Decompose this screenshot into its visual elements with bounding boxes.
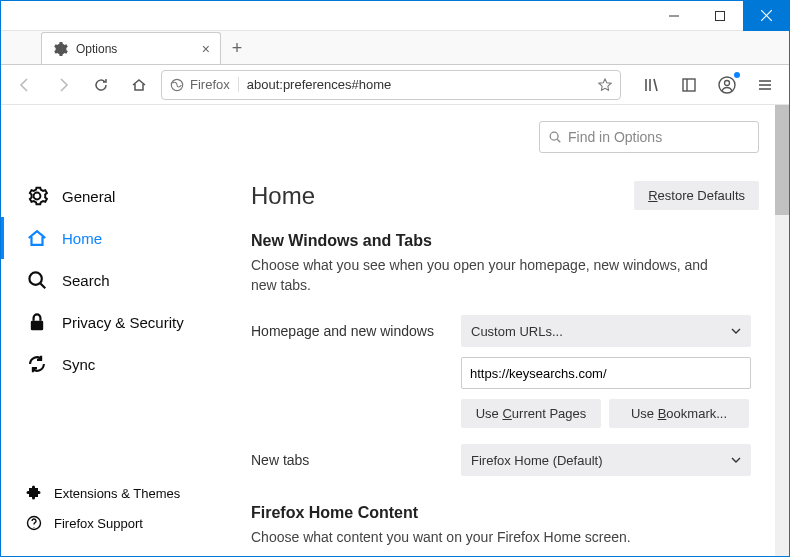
- navigation-toolbar: Firefox about:preferences#home: [1, 65, 789, 105]
- reload-button[interactable]: [85, 69, 117, 101]
- svg-rect-14: [31, 321, 43, 331]
- tab-strip: Options × +: [1, 31, 789, 65]
- vertical-scrollbar[interactable]: [775, 105, 789, 556]
- library-button[interactable]: [635, 69, 667, 101]
- section-description: Choose what content you want on your Fir…: [251, 528, 731, 548]
- firefox-icon: [170, 78, 184, 92]
- sidebar-item-home[interactable]: Home: [1, 217, 211, 259]
- identity-label: Firefox: [190, 77, 230, 92]
- sync-icon: [26, 353, 48, 375]
- input-value: https://keysearchs.com/: [470, 366, 607, 381]
- sidebar-item-label: Extensions & Themes: [54, 486, 180, 501]
- search-icon: [548, 130, 562, 144]
- svg-rect-1: [716, 11, 725, 20]
- svg-line-13: [40, 283, 45, 288]
- account-button[interactable]: [711, 69, 743, 101]
- use-current-pages-button[interactable]: Use Current Pages: [461, 399, 601, 428]
- new-tabs-select[interactable]: Firefox Home (Default): [461, 444, 751, 476]
- new-tabs-label: New tabs: [251, 452, 461, 468]
- sidebar-item-general[interactable]: General: [1, 175, 211, 217]
- notification-dot-icon: [734, 72, 740, 78]
- window-titlebar: [1, 1, 789, 31]
- sidebar-item-privacy[interactable]: Privacy & Security: [1, 301, 211, 343]
- chevron-down-icon: [731, 326, 741, 336]
- homepage-url-input[interactable]: https://keysearchs.com/: [461, 357, 751, 389]
- sidebar-item-sync[interactable]: Sync: [1, 343, 211, 385]
- minimize-button[interactable]: [651, 1, 697, 31]
- main-content: Find in Options Home Restore Defaults Ne…: [211, 105, 789, 556]
- sidebar-button[interactable]: [673, 69, 705, 101]
- scrollbar-thumb[interactable]: [775, 105, 789, 215]
- tab-label: Options: [76, 42, 117, 56]
- url-text: about:preferences#home: [247, 77, 392, 92]
- sidebar-item-extensions[interactable]: Extensions & Themes: [1, 478, 211, 508]
- sidebar-item-search[interactable]: Search: [1, 259, 211, 301]
- back-button[interactable]: [9, 69, 41, 101]
- sidebar-item-label: Sync: [62, 356, 95, 373]
- window-controls: [651, 1, 789, 31]
- sidebar-item-label: Firefox Support: [54, 516, 143, 531]
- homepage-select[interactable]: Custom URLs...: [461, 315, 751, 347]
- svg-point-16: [550, 132, 558, 140]
- home-button[interactable]: [123, 69, 155, 101]
- account-icon: [718, 76, 736, 94]
- select-value: Custom URLs...: [471, 324, 563, 339]
- sidebar-item-support[interactable]: Firefox Support: [1, 508, 211, 538]
- sidebar-item-label: Privacy & Security: [62, 314, 184, 331]
- find-in-options-input[interactable]: Find in Options: [539, 121, 759, 153]
- new-tab-button[interactable]: +: [221, 32, 253, 64]
- section-firefox-home-content: Firefox Home Content Choose what content…: [251, 504, 759, 548]
- puzzle-icon: [26, 485, 42, 501]
- close-window-button[interactable]: [743, 1, 789, 31]
- home-icon: [26, 227, 48, 249]
- search-icon: [26, 269, 48, 291]
- sidebar-item-label: General: [62, 188, 115, 205]
- sidebar-item-label: Home: [62, 230, 102, 247]
- section-new-windows-tabs: New Windows and Tabs Choose what you see…: [251, 232, 759, 476]
- svg-rect-5: [683, 79, 695, 91]
- gear-icon: [52, 41, 68, 57]
- bookmark-star-icon[interactable]: [598, 78, 612, 92]
- preferences-sidebar: General Home Search Privacy & Security S…: [1, 105, 211, 556]
- help-icon: [26, 515, 42, 531]
- section-title: New Windows and Tabs: [251, 232, 759, 250]
- restore-defaults-button[interactable]: Restore Defaults: [634, 181, 759, 210]
- homepage-label: Homepage and new windows: [251, 323, 461, 339]
- use-bookmark-button[interactable]: Use Bookmark...: [609, 399, 749, 428]
- select-value: Firefox Home (Default): [471, 453, 602, 468]
- url-bar[interactable]: Firefox about:preferences#home: [161, 70, 621, 100]
- maximize-button[interactable]: [697, 1, 743, 31]
- page-title: Home: [251, 182, 315, 210]
- chevron-down-icon: [731, 455, 741, 465]
- close-tab-icon[interactable]: ×: [202, 41, 210, 57]
- firefox-window: Options × + Firefox about:preferences#ho…: [0, 0, 790, 557]
- identity-box[interactable]: Firefox: [170, 77, 239, 92]
- section-title: Firefox Home Content: [251, 504, 759, 522]
- lock-icon: [26, 311, 48, 333]
- svg-line-17: [557, 139, 560, 142]
- section-description: Choose what you see when you open your h…: [251, 256, 731, 295]
- content-area: General Home Search Privacy & Security S…: [1, 105, 789, 556]
- tab-options[interactable]: Options ×: [41, 32, 221, 64]
- gear-icon: [26, 185, 48, 207]
- forward-button[interactable]: [47, 69, 79, 101]
- svg-point-12: [29, 272, 41, 284]
- sidebar-item-label: Search: [62, 272, 110, 289]
- search-placeholder: Find in Options: [568, 129, 662, 145]
- menu-button[interactable]: [749, 69, 781, 101]
- svg-point-8: [725, 80, 730, 85]
